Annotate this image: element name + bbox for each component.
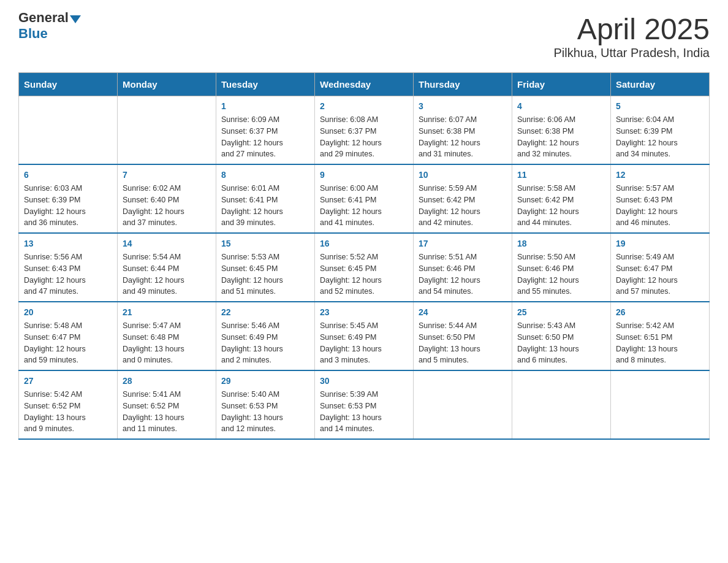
day-number: 7 (123, 169, 211, 182)
day-info: Sunrise: 5:45 AM Sunset: 6:49 PM Dayligh… (320, 320, 408, 366)
page-header: General General Blue April 2025 Pilkhua,… (18, 12, 710, 60)
day-info: Sunrise: 6:01 AM Sunset: 6:41 PM Dayligh… (221, 183, 309, 229)
day-info: Sunrise: 6:06 AM Sunset: 6:38 PM Dayligh… (517, 114, 605, 160)
day-info: Sunrise: 6:09 AM Sunset: 6:37 PM Dayligh… (221, 114, 309, 160)
calendar-day-cell: 3Sunrise: 6:07 AM Sunset: 6:38 PM Daylig… (414, 96, 512, 165)
day-of-week-header: Saturday (611, 73, 710, 96)
day-number: 11 (517, 169, 605, 182)
day-info: Sunrise: 5:53 AM Sunset: 6:45 PM Dayligh… (221, 251, 309, 297)
day-info: Sunrise: 6:08 AM Sunset: 6:37 PM Dayligh… (320, 114, 408, 160)
day-number: 16 (320, 237, 408, 250)
calendar-day-cell: 24Sunrise: 5:44 AM Sunset: 6:50 PM Dayli… (414, 302, 512, 370)
day-of-week-header: Monday (118, 73, 216, 96)
day-info: Sunrise: 6:04 AM Sunset: 6:39 PM Dayligh… (616, 114, 704, 160)
day-of-week-header: Tuesday (216, 73, 315, 96)
calendar-day-cell: 7Sunrise: 6:02 AM Sunset: 6:40 PM Daylig… (118, 164, 216, 233)
calendar-day-cell: 2Sunrise: 6:08 AM Sunset: 6:37 PM Daylig… (315, 96, 414, 165)
calendar-week-row: 13Sunrise: 5:56 AM Sunset: 6:43 PM Dayli… (19, 233, 710, 302)
day-number: 10 (419, 169, 507, 182)
subtitle: Pilkhua, Uttar Pradesh, India (553, 46, 710, 60)
calendar-week-row: 27Sunrise: 5:42 AM Sunset: 6:52 PM Dayli… (19, 370, 710, 439)
calendar-day-cell (118, 96, 216, 165)
day-info: Sunrise: 5:52 AM Sunset: 6:45 PM Dayligh… (320, 251, 408, 297)
day-number: 18 (517, 237, 605, 250)
calendar-table: SundayMondayTuesdayWednesdayThursdayFrid… (18, 72, 710, 440)
day-number: 26 (616, 306, 704, 319)
calendar-header: SundayMondayTuesdayWednesdayThursdayFrid… (19, 73, 710, 96)
calendar-week-row: 1Sunrise: 6:09 AM Sunset: 6:37 PM Daylig… (19, 96, 710, 165)
day-info: Sunrise: 5:49 AM Sunset: 6:47 PM Dayligh… (616, 251, 704, 297)
calendar-day-cell: 25Sunrise: 5:43 AM Sunset: 6:50 PM Dayli… (512, 302, 611, 370)
day-info: Sunrise: 5:42 AM Sunset: 6:52 PM Dayligh… (24, 389, 112, 435)
day-number: 9 (320, 169, 408, 182)
calendar-day-cell: 29Sunrise: 5:40 AM Sunset: 6:53 PM Dayli… (216, 370, 315, 439)
logo: General General Blue (18, 12, 82, 42)
day-number: 22 (221, 306, 309, 319)
day-number: 5 (616, 100, 704, 113)
day-number: 6 (24, 169, 112, 182)
day-number: 28 (123, 375, 211, 388)
logo-triangle-icon (70, 15, 81, 23)
calendar-day-cell: 9Sunrise: 6:00 AM Sunset: 6:41 PM Daylig… (315, 164, 414, 233)
calendar-day-cell: 27Sunrise: 5:42 AM Sunset: 6:52 PM Dayli… (19, 370, 118, 439)
day-info: Sunrise: 5:57 AM Sunset: 6:43 PM Dayligh… (616, 183, 704, 229)
day-info: Sunrise: 5:39 AM Sunset: 6:53 PM Dayligh… (320, 389, 408, 435)
day-info: Sunrise: 5:56 AM Sunset: 6:43 PM Dayligh… (24, 251, 112, 297)
day-number: 24 (419, 306, 507, 319)
day-number: 14 (123, 237, 211, 250)
calendar-week-row: 6Sunrise: 6:03 AM Sunset: 6:39 PM Daylig… (19, 164, 710, 233)
day-info: Sunrise: 6:02 AM Sunset: 6:40 PM Dayligh… (123, 183, 211, 229)
day-number: 15 (221, 237, 309, 250)
calendar-day-cell: 23Sunrise: 5:45 AM Sunset: 6:49 PM Dayli… (315, 302, 414, 370)
main-title: April 2025 (553, 12, 710, 46)
calendar-week-row: 20Sunrise: 5:48 AM Sunset: 6:47 PM Dayli… (19, 302, 710, 370)
day-number: 23 (320, 306, 408, 319)
calendar-day-cell: 12Sunrise: 5:57 AM Sunset: 6:43 PM Dayli… (611, 164, 710, 233)
calendar-day-cell: 21Sunrise: 5:47 AM Sunset: 6:48 PM Dayli… (118, 302, 216, 370)
day-info: Sunrise: 5:51 AM Sunset: 6:46 PM Dayligh… (419, 251, 507, 297)
day-number: 29 (221, 375, 309, 388)
day-number: 4 (517, 100, 605, 113)
calendar-day-cell: 13Sunrise: 5:56 AM Sunset: 6:43 PM Dayli… (19, 233, 118, 302)
logo-blue-text: Blue (18, 26, 48, 41)
day-info: Sunrise: 5:58 AM Sunset: 6:42 PM Dayligh… (517, 183, 605, 229)
calendar-day-cell: 11Sunrise: 5:58 AM Sunset: 6:42 PM Dayli… (512, 164, 611, 233)
calendar-day-cell (19, 96, 118, 165)
day-number: 27 (24, 375, 112, 388)
calendar-day-cell: 26Sunrise: 5:42 AM Sunset: 6:51 PM Dayli… (611, 302, 710, 370)
day-number: 20 (24, 306, 112, 319)
calendar-day-cell: 6Sunrise: 6:03 AM Sunset: 6:39 PM Daylig… (19, 164, 118, 233)
day-info: Sunrise: 5:40 AM Sunset: 6:53 PM Dayligh… (221, 389, 309, 435)
calendar-day-cell: 14Sunrise: 5:54 AM Sunset: 6:44 PM Dayli… (118, 233, 216, 302)
calendar-day-cell: 17Sunrise: 5:51 AM Sunset: 6:46 PM Dayli… (414, 233, 512, 302)
calendar-day-cell: 10Sunrise: 5:59 AM Sunset: 6:42 PM Dayli… (414, 164, 512, 233)
title-section: April 2025 Pilkhua, Uttar Pradesh, India (553, 12, 710, 60)
calendar-day-cell: 19Sunrise: 5:49 AM Sunset: 6:47 PM Dayli… (611, 233, 710, 302)
day-info: Sunrise: 6:07 AM Sunset: 6:38 PM Dayligh… (419, 114, 507, 160)
day-number: 3 (419, 100, 507, 113)
calendar-day-cell: 16Sunrise: 5:52 AM Sunset: 6:45 PM Dayli… (315, 233, 414, 302)
calendar-day-cell: 30Sunrise: 5:39 AM Sunset: 6:53 PM Dayli… (315, 370, 414, 439)
day-info: Sunrise: 5:48 AM Sunset: 6:47 PM Dayligh… (24, 320, 112, 366)
days-of-week-row: SundayMondayTuesdayWednesdayThursdayFrid… (19, 73, 710, 96)
day-info: Sunrise: 5:46 AM Sunset: 6:49 PM Dayligh… (221, 320, 309, 366)
calendar-body: 1Sunrise: 6:09 AM Sunset: 6:37 PM Daylig… (19, 96, 710, 440)
day-number: 25 (517, 306, 605, 319)
calendar-day-cell (512, 370, 611, 439)
day-info: Sunrise: 5:41 AM Sunset: 6:52 PM Dayligh… (123, 389, 211, 435)
calendar-day-cell: 28Sunrise: 5:41 AM Sunset: 6:52 PM Dayli… (118, 370, 216, 439)
calendar-day-cell: 20Sunrise: 5:48 AM Sunset: 6:47 PM Dayli… (19, 302, 118, 370)
day-of-week-header: Thursday (414, 73, 512, 96)
calendar-day-cell: 8Sunrise: 6:01 AM Sunset: 6:41 PM Daylig… (216, 164, 315, 233)
logo-general-text2: General (18, 10, 69, 26)
day-number: 21 (123, 306, 211, 319)
day-info: Sunrise: 5:47 AM Sunset: 6:48 PM Dayligh… (123, 320, 211, 366)
calendar-day-cell: 4Sunrise: 6:06 AM Sunset: 6:38 PM Daylig… (512, 96, 611, 165)
day-number: 2 (320, 100, 408, 113)
calendar-day-cell: 22Sunrise: 5:46 AM Sunset: 6:49 PM Dayli… (216, 302, 315, 370)
day-info: Sunrise: 5:59 AM Sunset: 6:42 PM Dayligh… (419, 183, 507, 229)
day-info: Sunrise: 6:00 AM Sunset: 6:41 PM Dayligh… (320, 183, 408, 229)
day-info: Sunrise: 5:44 AM Sunset: 6:50 PM Dayligh… (419, 320, 507, 366)
calendar-day-cell: 1Sunrise: 6:09 AM Sunset: 6:37 PM Daylig… (216, 96, 315, 165)
day-info: Sunrise: 5:50 AM Sunset: 6:46 PM Dayligh… (517, 251, 605, 297)
